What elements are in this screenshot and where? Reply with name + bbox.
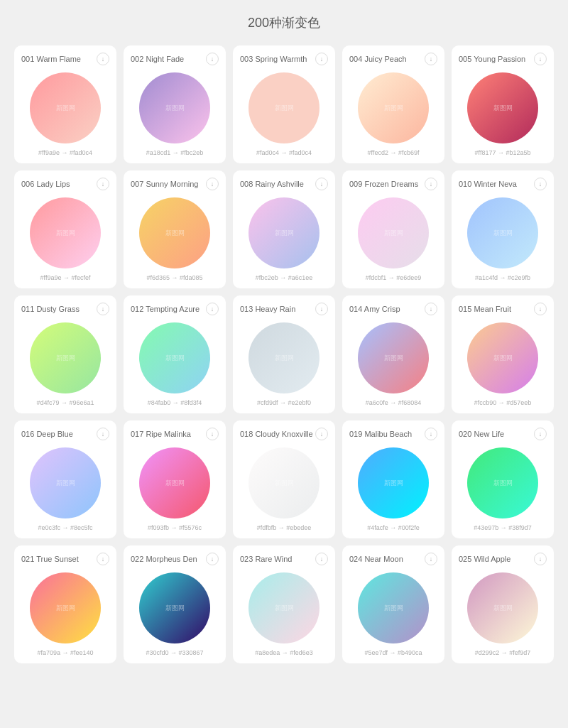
watermark: 新图网 — [384, 354, 403, 363]
gradient-card: 003 Spring Warmth↓新图网#fad0c4 → #fad0c4 — [233, 45, 335, 163]
color-codes: #84fab0 → #8fd3f4 — [148, 399, 202, 406]
gradient-name: 023 Rare Wind — [240, 555, 292, 563]
download-button[interactable]: ↓ — [425, 178, 437, 190]
color-codes: #fdfbfb → #ebedee — [257, 524, 312, 531]
watermark: 新图网 — [275, 604, 294, 613]
watermark: 新图网 — [275, 479, 294, 488]
download-button[interactable]: ↓ — [425, 553, 437, 565]
gradient-circle: 新图网 — [358, 197, 429, 268]
gradient-name: 024 Near Moon — [349, 555, 403, 563]
color-codes: #4facfe → #00f2fe — [367, 524, 420, 531]
gradient-name: 014 Amy Crisp — [349, 305, 400, 313]
gradient-card: 015 Mean Fruit↓新图网#fccb90 → #d57eeb — [452, 295, 554, 413]
download-button[interactable]: ↓ — [315, 53, 328, 65]
gradient-card: 014 Amy Crisp↓新图网#a6c0fe → #f68084 — [342, 295, 444, 413]
watermark: 新图网 — [493, 604, 513, 613]
page-title: 200种渐变色 — [14, 14, 554, 31]
watermark: 新图网 — [56, 104, 75, 113]
watermark: 新图网 — [56, 604, 75, 613]
download-button[interactable]: ↓ — [534, 553, 547, 565]
download-button[interactable]: ↓ — [97, 303, 109, 315]
download-button[interactable]: ↓ — [315, 303, 328, 315]
download-button[interactable]: ↓ — [534, 178, 547, 190]
color-codes: #fa709a → #fee140 — [37, 649, 93, 656]
gradient-name: 005 Young Passion — [459, 55, 525, 63]
color-codes: #f6d365 → #fda085 — [146, 274, 202, 281]
gradient-circle: 新图网 — [467, 197, 538, 268]
gradient-name: 001 Warm Flame — [21, 55, 81, 63]
watermark: 新图网 — [275, 354, 294, 363]
download-button[interactable]: ↓ — [315, 178, 328, 190]
color-codes: #fccb90 → #d57eeb — [474, 399, 532, 406]
color-codes: #d299c2 → #fef9d7 — [475, 649, 531, 656]
watermark: 新图网 — [56, 479, 75, 488]
download-button[interactable]: ↓ — [97, 53, 109, 65]
download-button[interactable]: ↓ — [206, 178, 219, 190]
download-button[interactable]: ↓ — [206, 53, 219, 65]
gradient-name: 007 Sunny Morning — [131, 180, 198, 188]
gradient-card: 012 Tempting Azure↓新图网#84fab0 → #8fd3f4 — [124, 295, 226, 413]
color-codes: #a18cd1 → #fbc2eb — [146, 149, 204, 156]
gradient-name: 002 Night Fade — [131, 55, 184, 63]
gradient-card: 013 Heavy Rain↓新图网#cfd9df → #e2ebf0 — [233, 295, 335, 413]
gradient-circle: 新图网 — [358, 572, 429, 643]
download-button[interactable]: ↓ — [206, 303, 219, 315]
gradient-name: 006 Lady Lips — [21, 180, 70, 188]
gradient-card: 024 Near Moon↓新图网#5ee7df → #b490ca — [342, 545, 444, 663]
watermark: 新图网 — [165, 229, 185, 238]
gradient-circle: 新图网 — [139, 322, 210, 393]
download-button[interactable]: ↓ — [425, 428, 437, 440]
gradient-card: 008 Rainy Ashville↓新图网#fbc2eb → #a6c1ee — [233, 170, 335, 288]
watermark: 新图网 — [56, 354, 75, 363]
download-button[interactable]: ↓ — [534, 303, 547, 315]
gradient-circle: 新图网 — [30, 72, 101, 143]
color-codes: #d4fc79 → #96e6a1 — [36, 399, 94, 406]
gradient-card: 022 Morpheus Den↓新图网#30cfd0 → #330867 — [124, 545, 226, 663]
gradient-name: 012 Tempting Azure — [131, 305, 200, 313]
download-button[interactable]: ↓ — [315, 553, 328, 565]
gradient-circle: 新图网 — [248, 197, 320, 268]
watermark: 新图网 — [165, 354, 185, 363]
gradient-card: 009 Frozen Dreams↓新图网#fdcbf1 → #e6dee9 — [342, 170, 444, 288]
color-codes: #fbc2eb → #a6c1ee — [256, 274, 313, 281]
gradient-circle: 新图网 — [467, 447, 538, 518]
gradient-circle: 新图网 — [139, 72, 210, 143]
watermark: 新图网 — [275, 229, 294, 238]
download-button[interactable]: ↓ — [97, 178, 109, 190]
gradient-circle: 新图网 — [467, 72, 538, 143]
color-codes: #30cfd0 → #330867 — [146, 649, 203, 656]
download-button[interactable]: ↓ — [97, 428, 109, 440]
color-codes: #f093fb → #f5576c — [148, 524, 202, 531]
watermark: 新图网 — [56, 229, 75, 238]
download-button[interactable]: ↓ — [534, 428, 547, 440]
gradient-circle: 新图网 — [358, 447, 429, 518]
gradient-name: 004 Juicy Peach — [349, 55, 407, 63]
download-button[interactable]: ↓ — [534, 53, 547, 65]
gradient-circle: 新图网 — [358, 322, 429, 393]
color-codes: #cfd9df → #e2ebf0 — [257, 399, 311, 406]
download-button[interactable]: ↓ — [97, 553, 109, 565]
gradient-name: 009 Frozen Dreams — [349, 180, 418, 188]
gradient-circle: 新图网 — [139, 572, 210, 643]
color-codes: #ff8177 → #b12a5b — [475, 149, 531, 156]
color-codes: #43e97b → #38f9d7 — [474, 524, 532, 531]
watermark: 新图网 — [165, 604, 185, 613]
download-button[interactable]: ↓ — [425, 303, 437, 315]
watermark: 新图网 — [384, 104, 403, 113]
gradient-card: 018 Cloudy Knoxville↓新图网#fdfbfb → #ebede… — [233, 420, 335, 538]
download-button[interactable]: ↓ — [206, 553, 219, 565]
gradient-name: 019 Malibu Beach — [349, 430, 412, 438]
download-button[interactable]: ↓ — [315, 428, 328, 440]
watermark: 新图网 — [384, 229, 403, 238]
watermark: 新图网 — [493, 229, 513, 238]
gradient-name: 017 Ripe Malinka — [131, 430, 191, 438]
gradient-card: 005 Young Passion↓新图网#ff8177 → #b12a5b — [452, 45, 554, 163]
gradient-name: 003 Spring Warmth — [240, 55, 307, 63]
gradient-card: 025 Wild Apple↓新图网#d299c2 → #fef9d7 — [452, 545, 554, 663]
gradient-grid: 001 Warm Flame↓新图网#ff9a9e → #fad0c4002 N… — [14, 45, 554, 663]
download-button[interactable]: ↓ — [206, 428, 219, 440]
watermark: 新图网 — [493, 479, 513, 488]
gradient-circle: 新图网 — [248, 447, 320, 518]
gradient-card: 016 Deep Blue↓新图网#e0c3fc → #8ec5fc — [14, 420, 116, 538]
download-button[interactable]: ↓ — [425, 53, 437, 65]
